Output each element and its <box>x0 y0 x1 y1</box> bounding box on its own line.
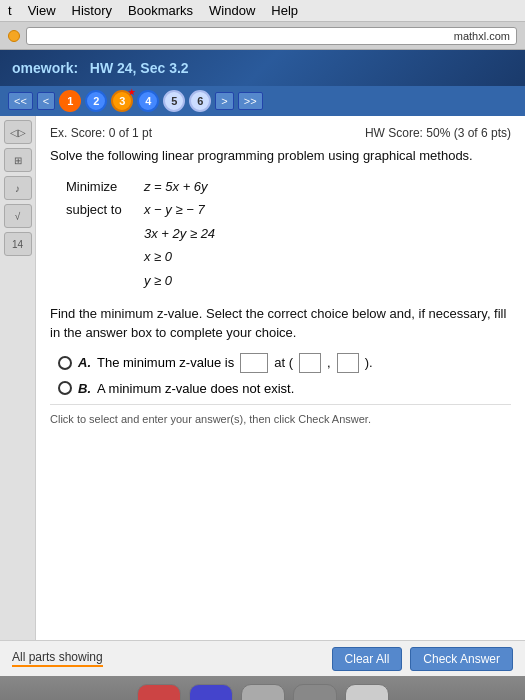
ex-score-value: 0 of 1 pt <box>109 126 152 140</box>
minimize-row: Minimize z = 5x + 6y <box>66 175 511 198</box>
constraint-spacer <box>66 222 136 245</box>
sidebar-btn-arrows[interactable]: ◁▷ <box>4 120 32 144</box>
nav-circle-6[interactable]: 6 <box>189 90 211 112</box>
content-area: ◁▷ ⊞ ♪ √ 14 Ex. Score: 0 of 1 pt HW Scor… <box>0 116 525 640</box>
menu-help[interactable]: Help <box>271 3 298 18</box>
constraint-row-2: 3x + 2y ≥ 24 <box>66 222 511 245</box>
main-content: Ex. Score: 0 of 1 pt HW Score: 50% (3 of… <box>36 116 525 640</box>
star-badge-icon: ★ <box>128 88 135 97</box>
menu-history[interactable]: History <box>72 3 112 18</box>
constraint-row-4: y ≥ 0 <box>66 269 511 292</box>
constraint-1: x − y ≥ − 7 <box>144 198 205 221</box>
ex-score: Ex. Score: 0 of 1 pt <box>50 126 152 140</box>
constraint-spacer-3 <box>66 269 136 292</box>
nav-last-button[interactable]: >> <box>238 92 263 110</box>
dock <box>0 676 525 700</box>
clear-all-button[interactable]: Clear All <box>332 647 403 671</box>
ex-score-label: Ex. Score: <box>50 126 105 140</box>
option-b-label: B. <box>78 381 91 396</box>
option-a-label: A. <box>78 355 91 370</box>
click-instruction: Click to select and enter your answer(s)… <box>50 404 511 425</box>
nav-circle-4[interactable]: 4 <box>137 90 159 112</box>
menu-bar: t View History Bookmarks Window Help <box>0 0 525 22</box>
constraint-2: 3x + 2y ≥ 24 <box>144 222 215 245</box>
url-text: mathxl.com <box>454 30 510 42</box>
option-a-input-x[interactable] <box>299 353 321 373</box>
check-answer-button[interactable]: Check Answer <box>410 647 513 671</box>
traffic-light-yellow <box>8 30 20 42</box>
problem-instruction: Solve the following linear programming p… <box>50 148 511 163</box>
option-a-text3: ). <box>365 355 373 370</box>
hw-score-value: 50% (3 of 6 pts) <box>426 126 511 140</box>
option-a: A. The minimum z-value is at ( , ). <box>58 353 511 373</box>
menu-view[interactable]: View <box>28 3 56 18</box>
option-b-radio[interactable] <box>58 381 72 395</box>
dock-icon-4[interactable] <box>293 684 337 700</box>
answer-options: A. The minimum z-value is at ( , ). B. A… <box>58 353 511 396</box>
option-a-input-value[interactable] <box>240 353 268 373</box>
minimize-label: Minimize <box>66 175 136 198</box>
comma: , <box>327 355 331 370</box>
option-a-radio[interactable] <box>58 356 72 370</box>
dock-icon-3[interactable] <box>241 684 285 700</box>
page-title: omework: HW 24, Sec 3.2 <box>12 60 189 76</box>
menu-window[interactable]: Window <box>209 3 255 18</box>
parts-showing: All parts showing <box>12 650 103 667</box>
bottom-bar: All parts showing Clear All Check Answer <box>0 640 525 676</box>
nav-next-button[interactable]: > <box>215 92 233 110</box>
subject-row: subject to x − y ≥ − 7 <box>66 198 511 221</box>
nav-bar: << < 1 2 3 ★ 4 5 6 > >> <box>0 86 525 116</box>
find-text: Find the minimum z-value. Select the cor… <box>50 304 511 343</box>
nav-circle-5[interactable]: 5 <box>163 90 185 112</box>
hw-score-label: HW Score: <box>365 126 423 140</box>
sidebar-btn-sqrt[interactable]: √ <box>4 204 32 228</box>
math-block: Minimize z = 5x + 6y subject to x − y ≥ … <box>66 175 511 292</box>
url-bar[interactable]: mathxl.com <box>26 27 517 45</box>
option-a-text2: at ( <box>274 355 293 370</box>
nav-circle-2[interactable]: 2 <box>85 90 107 112</box>
subject-label: subject to <box>66 198 136 221</box>
sidebar-btn-grid[interactable]: ⊞ <box>4 148 32 172</box>
nav-first-button[interactable]: << <box>8 92 33 110</box>
option-a-input-y[interactable] <box>337 353 359 373</box>
hw-score: HW Score: 50% (3 of 6 pts) <box>365 126 511 140</box>
nav-prev-button[interactable]: < <box>37 92 55 110</box>
dock-icon-1[interactable] <box>137 684 181 700</box>
bottom-buttons: Clear All Check Answer <box>332 647 513 671</box>
option-b-text: A minimum z-value does not exist. <box>97 381 294 396</box>
option-a-text1: The minimum z-value is <box>97 355 234 370</box>
dock-icon-2[interactable] <box>189 684 233 700</box>
title-value: HW 24, Sec 3.2 <box>90 60 189 76</box>
option-b: B. A minimum z-value does not exist. <box>58 381 511 396</box>
header-banner: omework: HW 24, Sec 3.2 <box>0 50 525 86</box>
nav-circle-1[interactable]: 1 <box>59 90 81 112</box>
nav-circle-3[interactable]: 3 ★ <box>111 90 133 112</box>
browser-chrome: mathxl.com <box>0 22 525 50</box>
sidebar-btn-14[interactable]: 14 <box>4 232 32 256</box>
minimize-expr: z = 5x + 6y <box>144 175 208 198</box>
constraint-4: y ≥ 0 <box>144 269 172 292</box>
dock-icon-5[interactable] <box>345 684 389 700</box>
menu-bookmarks[interactable]: Bookmarks <box>128 3 193 18</box>
score-row: Ex. Score: 0 of 1 pt HW Score: 50% (3 of… <box>50 126 511 140</box>
menu-t[interactable]: t <box>8 3 12 18</box>
constraint-3: x ≥ 0 <box>144 245 172 268</box>
sidebar: ◁▷ ⊞ ♪ √ 14 <box>0 116 36 640</box>
constraint-row-3: x ≥ 0 <box>66 245 511 268</box>
sidebar-btn-music[interactable]: ♪ <box>4 176 32 200</box>
title-prefix: omework: <box>12 60 78 76</box>
constraint-spacer-2 <box>66 245 136 268</box>
